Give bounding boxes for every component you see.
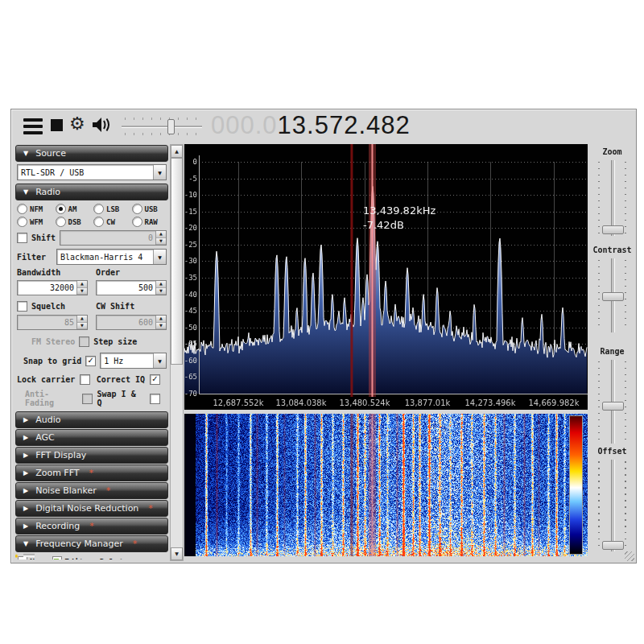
volume-slider[interactable] (122, 118, 202, 135)
toolbar: ⚙ 000.013.572.482 (11, 109, 636, 143)
waterfall-canvas[interactable] (184, 414, 588, 556)
frequency-display[interactable]: 000.013.572.482 (211, 111, 411, 140)
panel-header-frequency-manager[interactable]: ▼ Frequency Manager * (15, 535, 168, 552)
waterfall-display[interactable] (184, 414, 588, 556)
panel-header-radio[interactable]: ▼ Radio (15, 184, 168, 200)
bandwidth-value[interactable] (18, 281, 76, 295)
step-size-select[interactable]: 1 Hz ▼ (100, 353, 167, 369)
panel-resize-grip[interactable] (23, 554, 35, 557)
spinner-arrows-icon[interactable]: ▲▼ (155, 316, 166, 329)
squelch-spinner[interactable]: ▲▼ (17, 315, 88, 330)
expand-arrow-icon: ▶ (23, 487, 28, 494)
expand-arrow-icon: ▶ (23, 452, 28, 459)
panel-header-noise-blanker[interactable]: ▶Noise Blanker* (15, 482, 168, 499)
spinner-arrows-icon[interactable]: ▲▼ (76, 281, 87, 295)
panel-header-agc[interactable]: ▶AGC (15, 429, 168, 446)
collapse-arrow-icon: ▼ (23, 150, 28, 157)
spinner-arrows-icon[interactable]: ▲▼ (155, 281, 166, 295)
slider-thumb[interactable] (602, 292, 624, 301)
volume-track (122, 126, 202, 127)
mode-am[interactable]: AM (56, 204, 93, 214)
correct-iq-checkbox[interactable]: ✓ (150, 374, 160, 385)
slider-thumb[interactable] (602, 225, 624, 234)
mode-dsb[interactable]: DSB (56, 217, 93, 227)
expand-arrow-icon: ▶ (23, 469, 28, 477)
order-spinner[interactable]: ▲▼ (96, 280, 167, 295)
mode-raw[interactable]: RAW (132, 217, 169, 227)
shift-spinner[interactable]: ▲▼ (60, 230, 167, 246)
slider-ticks (598, 162, 600, 234)
volume-thumb[interactable] (167, 119, 175, 134)
swap-iq-checkbox[interactable] (150, 394, 160, 404)
slider-range: Range (589, 347, 635, 445)
speaker-icon[interactable] (92, 116, 113, 137)
bandwidth-spinner[interactable]: ▲▼ (17, 280, 88, 295)
radio-button-icon (93, 204, 104, 214)
slider-ticks (625, 361, 626, 442)
mode-wfm[interactable]: WFM (17, 217, 54, 227)
scroll-down-icon[interactable]: ▼ (171, 547, 183, 560)
panel-header-zoom-fft[interactable]: ▶Zoom FFT* (15, 464, 168, 481)
mode-nfm[interactable]: NFM (17, 204, 54, 214)
spinner-arrows-icon[interactable]: ▲▼ (155, 231, 166, 245)
panel-header-fft-display[interactable]: ▶FFT Display (15, 447, 168, 464)
source-device-select[interactable]: RTL-SDR / USB ▼ (17, 164, 167, 180)
slider-thumb[interactable] (602, 541, 624, 550)
chevron-down-icon[interactable]: ▼ (153, 250, 166, 264)
spectrum-display[interactable] (184, 144, 588, 410)
mode-grid: NFMAMLSBUSBWFMDSBCWRAW (17, 204, 168, 227)
panel-scrollbar[interactable]: ▲ ▼ (170, 144, 184, 561)
shift-checkbox[interactable] (17, 233, 27, 243)
slider-label: Offset (589, 447, 635, 458)
edit-button[interactable]: Edit (52, 556, 84, 559)
modified-star: * (89, 468, 94, 478)
lock-carrier-checkbox[interactable] (80, 374, 90, 385)
anti-fading-checkbox (82, 394, 93, 404)
squelch-label: Squelch (31, 302, 65, 311)
window-resize-grip[interactable] (625, 551, 634, 561)
collapse-arrow-icon: ▼ (23, 188, 28, 196)
fm-stereo-checkbox (79, 336, 89, 347)
scroll-up-icon[interactable]: ▲ (171, 145, 183, 158)
scrollbar-thumb[interactable] (171, 158, 183, 365)
slider-track[interactable] (589, 460, 635, 551)
order-value[interactable] (97, 281, 155, 295)
chevron-down-icon[interactable]: ▼ (153, 165, 166, 180)
snap-to-grid-checkbox[interactable]: ✓ (85, 356, 96, 366)
stop-icon[interactable] (51, 119, 63, 131)
modified-star: * (89, 521, 94, 531)
mode-cw[interactable]: CW (93, 217, 130, 227)
edit-entry-icon (52, 556, 62, 559)
slider-ticks (598, 260, 600, 331)
slider-track[interactable] (589, 360, 635, 444)
spinner-arrows-icon[interactable]: ▲▼ (76, 316, 87, 329)
menu-icon[interactable] (23, 117, 43, 134)
mode-usb[interactable]: USB (132, 204, 169, 214)
squelch-checkbox[interactable] (17, 301, 27, 312)
spectrum-canvas[interactable] (184, 144, 588, 410)
slider-track[interactable] (589, 160, 635, 236)
panel-header-audio[interactable]: ▶Audio (15, 411, 168, 428)
order-label: Order (96, 268, 167, 277)
slider-label: Contrast (589, 246, 635, 257)
gear-icon[interactable]: ⚙ (69, 114, 85, 134)
filter-value: Blackman-Harris 4 (57, 253, 153, 262)
display-sliders-panel: Zoom Contrast Range Offset (589, 144, 635, 559)
shift-value (60, 231, 155, 245)
panel-header-digital-noise-reduction[interactable]: ▶Digital Noise Reduction* (15, 500, 168, 517)
volume-ticks-top (125, 118, 199, 120)
filter-select[interactable]: Blackman-Harris 4 ▼ (56, 249, 167, 265)
mode-lsb[interactable]: LSB (93, 204, 130, 214)
panel-header-source[interactable]: ▼ Source (15, 145, 168, 162)
panel-title: Frequency Manager (35, 539, 123, 549)
slider-thumb[interactable] (602, 402, 624, 411)
panel-header-recording[interactable]: ▶Recording* (15, 518, 168, 535)
slider-track[interactable] (589, 258, 635, 332)
frequency-manager-toolbar: New Edit ✕ Delete (18, 555, 168, 559)
cw-shift-spinner[interactable]: ▲▼ (96, 315, 167, 330)
chevron-down-icon[interactable]: ▼ (153, 353, 166, 368)
panel-title: Radio (35, 187, 60, 197)
radio-button-icon (56, 217, 66, 227)
delete-button[interactable]: ✕ Delete (92, 557, 129, 560)
slider-groove (611, 460, 615, 551)
